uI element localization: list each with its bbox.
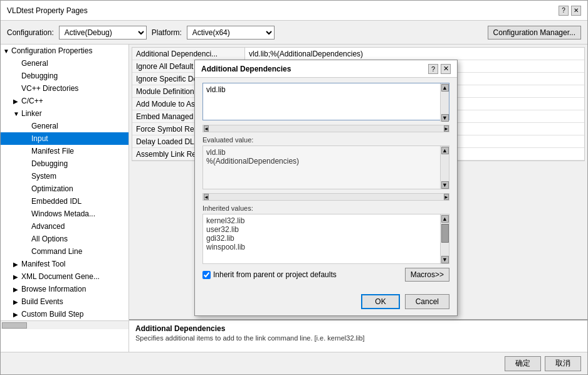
inherited-line4: winspool.lib [206, 243, 436, 251]
tree-item-xml-document[interactable]: ▶ XML Document Gene... [1, 270, 129, 283]
title-bar: VLDtest Property Pages ? ✕ [1, 1, 587, 21]
dialog-close-button[interactable]: ✕ [441, 64, 451, 74]
tree-item-label: C/C++ [21, 97, 43, 105]
tree-panel: ▼ Configuration Properties General Debug… [1, 45, 129, 352]
tree-item-label: Manifest Tool [21, 260, 65, 268]
dialog-title: Additional Dependencies [201, 65, 291, 73]
tree-item-debugging[interactable]: Debugging [1, 70, 129, 82]
tree-item-linker[interactable]: ▼ Linker [1, 107, 129, 120]
inherited-line2: user32.lib [206, 225, 436, 234]
config-row: Configuration: Active(Debug) Platform: A… [1, 21, 587, 45]
tree-item-build-events[interactable]: ▶ Build Events [1, 295, 129, 308]
inherit-checkbox-label[interactable]: Inherit from parent or project defaults [202, 270, 337, 279]
tree-item-linker-advanced[interactable]: Advanced [1, 220, 129, 233]
title-controls: ? ✕ [559, 6, 581, 16]
tree-item-label: Debugging [31, 159, 68, 168]
prop-row-additional-deps[interactable]: Additional Dependenci... vld.lib;%(Addit… [132, 48, 584, 60]
expand-icon: ▼ [3, 48, 9, 55]
expand-icon: ▶ [13, 286, 19, 293]
help-button[interactable]: ? [559, 6, 569, 16]
tree-item-browse-info[interactable]: ▶ Browse Information [1, 283, 129, 295]
inherited-label: Inherited values: [202, 204, 449, 212]
dialog-input-textarea[interactable]: <span class="red-underline">vld.lib</spa… [202, 83, 449, 120]
inherit-checkbox[interactable] [202, 271, 211, 279]
description-title: Additional Dependencies [135, 324, 581, 333]
evaluated-area: vld.lib %(AdditionalDependencies) ▲ ▼ [202, 145, 449, 189]
main-bottom-bar: 确定 取消 [1, 352, 587, 374]
tree-item-label: Advanced [31, 222, 65, 231]
expand-icon: ▶ [13, 261, 19, 268]
tree-item-label: Windows Metada... [31, 209, 95, 218]
expand-icon: ▶ [13, 98, 19, 105]
evaluated-label: Evaluated value: [202, 136, 449, 144]
platform-label: Platform: [152, 28, 182, 37]
tree-item-linker-general[interactable]: General [1, 120, 129, 132]
inherited-line3: gdi32.lib [206, 234, 436, 243]
tree-item-label: General [31, 122, 58, 130]
window-title: VLDtest Property Pages [7, 6, 88, 15]
tree-item-linker-embedded-idl[interactable]: Embedded IDL [1, 195, 129, 208]
tree-item-label: Configuration Properties [11, 46, 92, 55]
checkbox-row: Inherit from parent or project defaults … [202, 268, 449, 282]
tree-item-vcpp-dirs[interactable]: VC++ Directories [1, 82, 129, 95]
tree-item-label: Debugging [21, 71, 58, 80]
dialog-help-button[interactable]: ? [428, 64, 438, 74]
tree-item-label: Manifest File [31, 147, 74, 156]
dialog-action-buttons: OK Cancel [195, 290, 457, 315]
expand-icon: ▼ [13, 110, 19, 117]
tree-item-linker-debugging[interactable]: Debugging [1, 157, 129, 170]
tree-item-label: Optimization [31, 184, 73, 193]
evaluated-line1: vld.lib [206, 148, 436, 157]
input-area: <span class="red-underline">vld.lib</spa… [202, 83, 449, 122]
close-button[interactable]: ✕ [571, 6, 581, 16]
tree-item-label: Linker [21, 109, 42, 118]
tree-item-label: Input [31, 134, 48, 143]
tree-item-linker-manifest[interactable]: Manifest File [1, 145, 129, 157]
inherited-line1: kernel32.lib [206, 216, 436, 225]
description-panel: Additional Dependencies Specifies additi… [129, 319, 587, 352]
tree-item-label: Embedded IDL [31, 197, 81, 206]
tree-item-label: VC++ Directories [21, 84, 78, 93]
dialog-ok-button[interactable]: OK [361, 294, 399, 309]
tree-item-manifest-tool[interactable]: ▶ Manifest Tool [1, 258, 129, 270]
confirm-button[interactable]: 确定 [505, 356, 541, 371]
platform-select[interactable]: Active(x64) [187, 26, 275, 40]
tree-item-label: Custom Build Step [21, 310, 83, 319]
expand-icon: ▶ [13, 311, 19, 318]
tree-item-linker-all-options[interactable]: All Options [1, 233, 129, 245]
tree-item-linker-input[interactable]: Input [1, 132, 129, 145]
tree-item-label: General [21, 59, 48, 68]
tree-item-linker-system[interactable]: System [1, 170, 129, 182]
inherited-area: kernel32.lib user32.lib gdi32.lib winspo… [202, 214, 449, 264]
inherit-checkbox-text: Inherit from parent or project defaults [213, 270, 337, 279]
cancel-button[interactable]: 取消 [545, 356, 581, 371]
description-text: Specifies additional items to add to the… [135, 334, 581, 342]
macros-button[interactable]: Macros>> [405, 268, 449, 282]
main-window: VLDtest Property Pages ? ✕ Configuration… [0, 0, 588, 375]
tree-item-linker-optimization[interactable]: Optimization [1, 182, 129, 195]
evaluated-line2: %(AdditionalDependencies) [206, 157, 436, 166]
tree-item-linker-cmdline[interactable]: Command Line [1, 245, 129, 258]
prop-value: vld.lib;%(AdditionalDependencies) [245, 48, 584, 60]
tree-item-cpp[interactable]: ▶ C/C++ [1, 95, 129, 107]
config-select[interactable]: Active(Debug) [59, 26, 147, 40]
dialog-cancel-button[interactable]: Cancel [405, 294, 449, 309]
config-manager-button[interactable]: Configuration Manager... [488, 26, 581, 40]
tree-item-custom-build[interactable]: ▶ Custom Build Step [1, 308, 129, 320]
tree-item-label: System [31, 172, 56, 181]
config-label: Configuration: [7, 28, 54, 37]
tree-item-label: Browse Information [21, 285, 86, 293]
prop-name: Additional Dependenci... [132, 48, 245, 60]
dialog-title-bar: Additional Dependencies ? ✕ [195, 60, 457, 78]
expand-icon: ▶ [13, 298, 19, 305]
tree-item-general[interactable]: General [1, 57, 129, 70]
dialog-body: <span class="red-underline">vld.lib</spa… [195, 78, 457, 290]
additional-dependencies-dialog[interactable]: Additional Dependencies ? ✕ <span class=… [194, 60, 458, 316]
tree-item-label: XML Document Gene... [21, 272, 100, 281]
expand-icon: ▶ [13, 273, 19, 280]
tree-item-label: Command Line [31, 247, 82, 256]
tree-item-label: All Options [31, 235, 68, 243]
tree-item-linker-windows-meta[interactable]: Windows Metada... [1, 208, 129, 220]
tree-item-label: Build Events [21, 297, 63, 306]
tree-item-config-props[interactable]: ▼ Configuration Properties [1, 45, 129, 57]
